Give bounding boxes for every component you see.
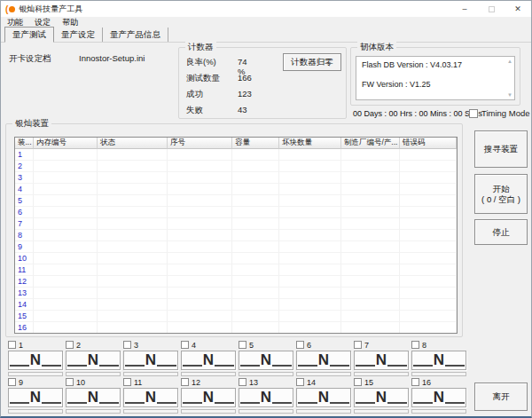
row-cell xyxy=(341,311,400,322)
row-cell xyxy=(400,288,457,299)
table-row[interactable]: 14 xyxy=(15,299,457,311)
port-number: 7 xyxy=(364,341,369,350)
port-checkbox[interactable] xyxy=(123,378,131,386)
column-header[interactable]: 内存编号 xyxy=(34,138,98,149)
row-cell xyxy=(279,264,341,276)
scroll-up-icon[interactable]: ▲ xyxy=(507,59,512,64)
timing-mode[interactable]: Timing Mode xyxy=(469,108,530,118)
port-progress-bar xyxy=(354,409,409,414)
row-cell xyxy=(400,253,457,264)
port-checkbox[interactable] xyxy=(123,341,131,349)
row-cell xyxy=(98,172,168,184)
column-header[interactable]: 状态 xyxy=(98,138,168,149)
port-cell: 15 N xyxy=(354,377,409,413)
port-progress-bar xyxy=(411,409,466,414)
port-checkbox[interactable] xyxy=(354,378,362,386)
timing-mode-checkbox[interactable] xyxy=(469,109,478,118)
tab-product-info[interactable]: 量产产品信息 xyxy=(103,28,168,42)
row-cell xyxy=(279,184,341,195)
table-row[interactable]: 13 xyxy=(15,288,457,299)
port-progress-bar xyxy=(123,409,178,414)
tab-strip: 量产测试 量产设定 量产产品信息 xyxy=(1,28,531,43)
firmware-version-box: Flash DB Version : V4.03.17 FW Version :… xyxy=(356,56,515,100)
table-row[interactable]: 16 xyxy=(15,322,457,334)
row-cell xyxy=(279,288,341,299)
row-cell xyxy=(341,299,400,311)
port-checkbox[interactable] xyxy=(411,341,419,349)
row-cell xyxy=(98,264,168,276)
table-row[interactable]: 11 xyxy=(15,264,457,276)
table-row[interactable]: 8 xyxy=(15,230,457,241)
table-row[interactable]: 12 xyxy=(15,276,457,288)
port-checkbox[interactable] xyxy=(8,378,16,386)
row-cell xyxy=(168,241,232,253)
column-header[interactable]: 装... xyxy=(15,138,34,149)
close-button[interactable]: ✕ xyxy=(505,1,531,17)
port-checkbox[interactable] xyxy=(181,341,189,349)
title-bar: ( 银灿科技量产工具 – ✕ xyxy=(1,1,531,17)
column-header[interactable]: 制造厂编号/产... xyxy=(341,138,400,149)
row-index: 7 xyxy=(15,218,34,230)
port-status-display: N xyxy=(123,351,178,370)
port-checkbox[interactable] xyxy=(354,341,362,349)
minimize-button[interactable]: – xyxy=(451,1,478,17)
port-cell: 9 N xyxy=(8,377,63,413)
port-checkbox[interactable] xyxy=(239,378,246,386)
port-checkbox[interactable] xyxy=(66,341,74,349)
table-row[interactable]: 2 xyxy=(15,161,457,172)
tab-production-settings[interactable]: 量产设定 xyxy=(54,28,103,42)
port-status-char: N xyxy=(260,351,272,369)
tested-value: 166 xyxy=(238,73,252,83)
row-cell xyxy=(341,172,400,184)
row-cell xyxy=(341,161,400,172)
status-line-left-icon xyxy=(298,365,317,367)
port-status-char: N xyxy=(375,351,387,369)
port-checkbox[interactable] xyxy=(66,378,74,386)
port-progress-bar xyxy=(296,409,351,414)
table-row[interactable]: 6 xyxy=(15,207,457,218)
port-checkbox[interactable] xyxy=(181,378,189,386)
column-header[interactable]: 坏块数量 xyxy=(279,138,341,149)
column-header[interactable]: 序号 xyxy=(168,138,232,149)
table-row[interactable]: 1 xyxy=(15,149,457,161)
table-row[interactable]: 5 xyxy=(15,195,457,207)
table-row[interactable]: 3 xyxy=(15,172,457,184)
status-line-right-icon xyxy=(387,365,407,367)
table-row[interactable]: 7 xyxy=(15,218,457,230)
column-header[interactable]: 容量 xyxy=(232,138,279,149)
port-cell: 14 N xyxy=(296,377,351,413)
scroll-down-icon[interactable]: ▼ xyxy=(507,92,512,98)
port-number: 1 xyxy=(19,341,23,350)
port-checkbox[interactable] xyxy=(411,378,419,386)
port-checkbox[interactable] xyxy=(296,341,304,349)
stop-button[interactable]: 停止 xyxy=(474,219,528,245)
row-cell xyxy=(34,149,98,161)
port-checkbox[interactable] xyxy=(239,341,246,349)
column-header[interactable]: 错误码 xyxy=(400,138,457,149)
table-row[interactable]: 4 xyxy=(15,184,457,195)
status-line-left-icon xyxy=(356,365,375,367)
status-line-left-icon xyxy=(67,365,87,367)
port-checkbox[interactable] xyxy=(296,378,304,386)
tab-production-test[interactable]: 量产测试 xyxy=(4,27,54,43)
port-status-display: N xyxy=(296,351,351,370)
port-status-char: N xyxy=(317,351,330,369)
port-status-display: N xyxy=(239,388,293,407)
table-row[interactable]: 10 xyxy=(15,253,457,264)
row-cell xyxy=(400,207,457,218)
row-cell xyxy=(98,230,168,241)
start-button[interactable]: 开始 ( 0 / 空白 ) xyxy=(474,174,528,214)
row-cell xyxy=(341,149,400,161)
table-row[interactable]: 15 xyxy=(15,311,457,322)
port-status-display: N xyxy=(354,388,409,407)
row-cell xyxy=(400,241,457,253)
search-device-button[interactable]: 搜寻装置 xyxy=(474,130,528,168)
table-row[interactable]: 9 xyxy=(15,241,457,253)
row-cell xyxy=(168,288,232,299)
row-cell xyxy=(341,253,400,264)
status-line-right-icon xyxy=(387,402,407,404)
counter-reset-button[interactable]: 计数器归零 xyxy=(283,53,341,71)
port-checkbox[interactable] xyxy=(8,341,16,349)
status-line-left-icon xyxy=(183,402,202,404)
exit-button[interactable]: 离开 xyxy=(474,383,528,411)
